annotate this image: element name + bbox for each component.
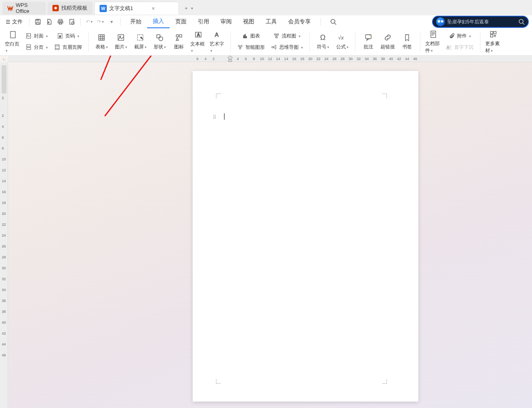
- table-icon: [97, 33, 106, 42]
- menu-tab-view[interactable]: 视图: [237, 15, 260, 28]
- attachment-icon: [449, 33, 455, 40]
- hyperlink-button[interactable]: 超链接: [380, 33, 396, 50]
- page-group: 封面 分页: [24, 31, 50, 52]
- ribbon: 空白页 封面 分页 #页码 页眉页脚 表格 图片 截屏 形状 图标 A文本框 A…: [0, 28, 532, 56]
- redo-button[interactable]: ↷: [96, 17, 105, 26]
- ruler-tick: 42: [2, 331, 6, 335]
- table-button[interactable]: 表格: [94, 33, 110, 50]
- ruler-tick: 4: [234, 57, 242, 61]
- menu-tab-start[interactable]: 开始: [125, 15, 147, 28]
- menu-tab-label: 工具: [266, 18, 277, 25]
- redo-icon: ↷: [97, 19, 101, 25]
- app-tab-wps[interactable]: WPS Office: [2, 2, 46, 15]
- icon-library-button[interactable]: 图标: [171, 33, 187, 50]
- print-button[interactable]: [56, 17, 65, 26]
- ruler-tick: 4: [202, 57, 210, 61]
- horizontal-ruler[interactable]: 6422468101214141618202224262830323436384…: [8, 56, 532, 62]
- shape-button[interactable]: 形状: [152, 33, 168, 50]
- flowchart-button[interactable]: 流程图: [274, 31, 301, 41]
- svg-line-11: [523, 23, 524, 25]
- cover-button[interactable]: 封面: [26, 31, 48, 41]
- comment-button[interactable]: 批注: [360, 33, 376, 50]
- page-break-label: 分页: [34, 44, 44, 51]
- svg-point-8: [331, 19, 335, 23]
- ruler-tick: 34: [2, 288, 6, 292]
- text-box-button[interactable]: A文本框: [190, 30, 206, 53]
- app-tab-document[interactable]: W 文字文稿1 ×: [94, 2, 179, 15]
- close-tab-icon[interactable]: ×: [152, 5, 155, 12]
- menu-tab-review[interactable]: 审阅: [215, 15, 237, 28]
- screenshot-button[interactable]: 截屏: [132, 33, 148, 50]
- svg-line-46: [240, 47, 241, 48]
- header-footer-button[interactable]: 页眉页脚: [54, 43, 82, 52]
- blank-page-button[interactable]: 空白页: [5, 30, 21, 53]
- print-preview-button[interactable]: [67, 17, 76, 26]
- svg-rect-49: [276, 37, 277, 38]
- svg-rect-41: [246, 36, 247, 38]
- doc-part-icon: [429, 30, 438, 39]
- svg-text:#: #: [59, 35, 61, 38]
- attachment-button[interactable]: 附件: [449, 31, 471, 41]
- svg-text:A: A: [197, 33, 200, 37]
- document-page[interactable]: ⠿: [193, 71, 418, 402]
- formula-button[interactable]: √x公式: [334, 33, 350, 50]
- annotation-arrow: [97, 56, 157, 118]
- hyperlink-label: 超链接: [380, 44, 395, 50]
- menu-tabs: 开始 插入 页面 引用 审阅 视图 工具 会员专享: [125, 15, 316, 28]
- svg-line-53: [273, 46, 275, 47]
- more-material-button[interactable]: 更多素材: [485, 30, 501, 54]
- image-label: 图片: [115, 44, 127, 50]
- svg-rect-71: [490, 31, 493, 34]
- new-tab-button[interactable]: ＋ ▾: [184, 5, 193, 12]
- svg-marker-34: [176, 38, 179, 40]
- svg-point-42: [238, 45, 240, 47]
- app-tab-template[interactable]: 找稻壳模板: [48, 2, 93, 15]
- screenshot-icon: [136, 33, 145, 42]
- more-qat-button[interactable]: ▾: [107, 17, 116, 26]
- page-number-button[interactable]: #页码: [57, 31, 79, 41]
- undo-button[interactable]: ↶: [85, 17, 94, 26]
- svg-point-57: [275, 47, 276, 48]
- smart-shape-label: 智能图形: [245, 44, 265, 51]
- pdf-icon: [46, 19, 52, 25]
- menu-tab-tool[interactable]: 工具: [260, 15, 283, 28]
- doc-part-label: 文档部件: [425, 40, 441, 54]
- ruler-tick: 46: [2, 353, 6, 357]
- ai-search-box[interactable]: [432, 16, 529, 28]
- menu-tab-page[interactable]: 页面: [170, 15, 192, 28]
- chart-button[interactable]: 图表: [242, 31, 260, 41]
- symbol-button[interactable]: Ω符号: [315, 33, 331, 50]
- mindmap-button[interactable]: 思维导图: [271, 43, 303, 52]
- export-pdf-button[interactable]: [45, 17, 54, 26]
- app-tab-label: 找稻壳模板: [61, 4, 87, 12]
- paragraph-handle-icon[interactable]: ⠿: [213, 114, 216, 120]
- file-menu[interactable]: ☰ 文件: [3, 18, 25, 25]
- image-button[interactable]: 图片: [113, 33, 129, 50]
- app-tab-label: 文字文稿1: [109, 5, 133, 12]
- save-button[interactable]: [33, 17, 42, 26]
- svg-line-45: [239, 47, 240, 48]
- svg-point-31: [159, 37, 163, 41]
- svg-rect-16: [27, 48, 31, 50]
- ruler-indent-marker[interactable]: [227, 56, 233, 62]
- ruler-tick: 14: [274, 57, 282, 61]
- menu-tab-member[interactable]: 会员专享: [283, 15, 316, 28]
- search-icon[interactable]: [518, 19, 525, 25]
- text-box-icon: A: [194, 30, 203, 39]
- page-break-button[interactable]: 分页: [26, 43, 48, 52]
- ai-search-input[interactable]: [447, 19, 516, 25]
- search-button[interactable]: [329, 17, 338, 26]
- doc-part-button[interactable]: 文档部件: [425, 30, 441, 54]
- plus-icon: ＋: [184, 5, 189, 12]
- ruler-tick: 2: [210, 57, 218, 61]
- menu-tab-insert[interactable]: 插入: [147, 15, 170, 28]
- wordart-button[interactable]: A艺术字: [210, 30, 226, 53]
- separator: [80, 18, 81, 25]
- menu-tab-reference[interactable]: 引用: [192, 15, 215, 28]
- bookmark-button[interactable]: 书签: [399, 33, 415, 50]
- blank-page-icon: [8, 30, 17, 39]
- vertical-ruler[interactable]: 2246810121416182022242628303234363840424…: [0, 62, 8, 408]
- ruler-tick: 44: [403, 57, 411, 61]
- drop-cap-icon: A: [446, 44, 453, 51]
- smart-shape-button[interactable]: 智能图形: [237, 43, 265, 52]
